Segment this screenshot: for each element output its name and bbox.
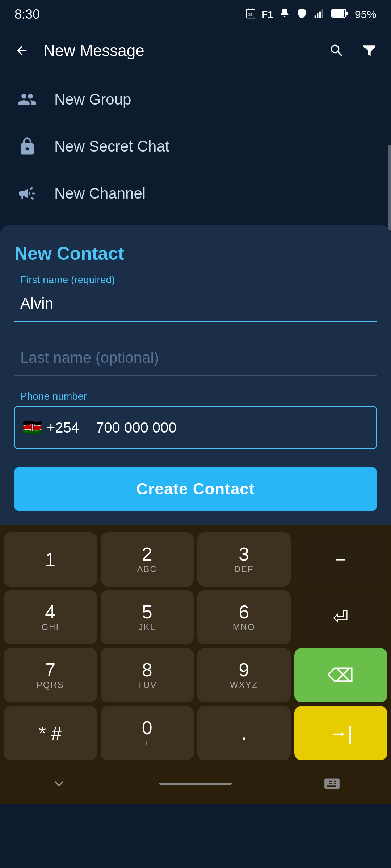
calendar-icon: 31 bbox=[245, 8, 256, 22]
numpad-row-3: * #0+.→| bbox=[4, 706, 387, 760]
numpad-key-2-1[interactable]: 8TUV bbox=[101, 648, 194, 702]
svg-rect-5 bbox=[317, 13, 318, 18]
numpad-key-3-3[interactable]: →| bbox=[294, 706, 388, 760]
numpad-key-1-0[interactable]: 4GHI bbox=[4, 590, 97, 644]
filter-button[interactable] bbox=[358, 40, 380, 61]
back-button[interactable] bbox=[11, 40, 33, 61]
numpad-key-main: 7 bbox=[45, 660, 55, 679]
svg-text:31: 31 bbox=[248, 12, 253, 16]
contact-card-title: New Contact bbox=[14, 243, 377, 264]
nav-back-button[interactable] bbox=[41, 773, 77, 795]
search-button[interactable] bbox=[326, 40, 348, 61]
menu-label-new-channel: New Channel bbox=[54, 185, 146, 202]
app-bar-actions bbox=[326, 40, 380, 61]
lock-icon bbox=[14, 134, 40, 159]
status-bar: 8:30 31 F1 95% bbox=[0, 0, 391, 29]
numpad-key-2-3[interactable]: ⌫ bbox=[294, 648, 388, 702]
svg-rect-7 bbox=[322, 9, 323, 18]
numpad-key-1-1[interactable]: 5JKL bbox=[101, 590, 194, 644]
numpad-key-sub: JKL bbox=[139, 622, 156, 632]
create-contact-button[interactable]: Create Contact bbox=[14, 467, 377, 511]
svg-rect-9 bbox=[332, 10, 344, 17]
numpad-key-0-1[interactable]: 2ABC bbox=[101, 532, 194, 587]
country-code: +254 bbox=[47, 420, 79, 436]
menu-list: New Group New Secret Chat New Channel bbox=[0, 72, 391, 221]
svg-rect-10 bbox=[346, 11, 348, 15]
phone-label: Phone number bbox=[14, 391, 377, 402]
numpad-key-2-0[interactable]: 7PQRS bbox=[4, 648, 97, 702]
f1-icon: F1 bbox=[262, 9, 273, 20]
svg-rect-6 bbox=[319, 11, 321, 18]
country-picker[interactable]: 🇰🇪 +254 bbox=[15, 407, 87, 448]
numpad-row-0: 12ABC3DEF− bbox=[4, 532, 387, 587]
page-title: New Message bbox=[43, 42, 315, 60]
menu-item-new-channel[interactable]: New Channel bbox=[0, 170, 391, 217]
svg-rect-4 bbox=[315, 15, 316, 18]
numpad: 12ABC3DEF−4GHI5JKL6MNO⏎7PQRS8TUV9WXYZ⌫* … bbox=[0, 525, 391, 767]
numpad-key-sub: ABC bbox=[137, 564, 157, 574]
bottom-nav bbox=[0, 767, 391, 804]
numpad-key-1-3[interactable]: ⏎ bbox=[294, 590, 388, 644]
country-flag: 🇰🇪 bbox=[22, 420, 42, 435]
battery-percent: 95% bbox=[355, 8, 377, 21]
numpad-key-0-0[interactable]: 1 bbox=[4, 532, 97, 587]
numpad-key-3-1[interactable]: 0+ bbox=[101, 706, 194, 760]
menu-label-new-secret-chat: New Secret Chat bbox=[54, 138, 169, 155]
first-name-field: First name (required) bbox=[14, 282, 377, 322]
numpad-key-1-2[interactable]: 6MNO bbox=[197, 590, 291, 644]
signal-icon bbox=[314, 8, 325, 22]
numpad-key-main: * # bbox=[39, 724, 62, 743]
numpad-key-main: 2 bbox=[142, 545, 152, 563]
numpad-key-sub: TUV bbox=[137, 680, 157, 690]
divider bbox=[0, 221, 391, 221]
numpad-key-main: . bbox=[241, 724, 247, 743]
numpad-key-3-2[interactable]: . bbox=[197, 706, 291, 760]
status-icons: 31 F1 95% bbox=[245, 8, 377, 22]
numpad-key-main: 9 bbox=[239, 660, 249, 679]
menu-item-new-secret-chat[interactable]: New Secret Chat bbox=[0, 123, 391, 170]
megaphone-icon bbox=[14, 181, 40, 206]
phone-field: Phone number 🇰🇪 +254 bbox=[14, 391, 377, 449]
numpad-key-main: 3 bbox=[239, 545, 249, 563]
contact-card: New Contact First name (required) Phone … bbox=[0, 225, 391, 525]
numpad-key-main: 1 bbox=[45, 550, 55, 569]
first-name-label: First name (required) bbox=[20, 274, 115, 286]
numpad-key-0-2[interactable]: 3DEF bbox=[197, 532, 291, 587]
numpad-key-3-0[interactable]: * # bbox=[4, 706, 97, 760]
numpad-key-sub: WXYZ bbox=[230, 680, 258, 690]
app-bar: New Message bbox=[0, 29, 391, 72]
numpad-key-main: 5 bbox=[142, 603, 152, 621]
shield-icon bbox=[296, 8, 308, 22]
numpad-key-0-3[interactable]: − bbox=[294, 532, 388, 587]
numpad-key-sub: PQRS bbox=[37, 680, 64, 690]
numpad-row-2: 7PQRS8TUV9WXYZ⌫ bbox=[4, 648, 387, 702]
numpad-key-main: ⏎ bbox=[333, 608, 349, 627]
menu-item-new-group[interactable]: New Group bbox=[0, 76, 391, 123]
group-icon bbox=[14, 87, 40, 112]
notification-icon bbox=[279, 8, 290, 22]
numpad-key-sub: DEF bbox=[234, 564, 254, 574]
first-name-input[interactable] bbox=[14, 282, 377, 322]
numpad-key-main: 4 bbox=[45, 603, 55, 621]
numpad-key-main: ⌫ bbox=[327, 666, 354, 685]
numpad-key-2-2[interactable]: 9WXYZ bbox=[197, 648, 291, 702]
numpad-key-main: →| bbox=[329, 724, 353, 743]
numpad-key-sub: + bbox=[144, 738, 150, 748]
numpad-row-1: 4GHI5JKL6MNO⏎ bbox=[4, 590, 387, 644]
last-name-input[interactable] bbox=[14, 336, 377, 376]
numpad-key-main: 0 bbox=[142, 718, 152, 737]
last-name-field bbox=[14, 336, 377, 376]
nav-keyboard-button[interactable] bbox=[314, 773, 350, 795]
phone-input-row: 🇰🇪 +254 bbox=[14, 406, 377, 449]
numpad-key-main: 8 bbox=[142, 660, 152, 679]
numpad-key-sub: GHI bbox=[41, 622, 59, 632]
battery-icon bbox=[331, 8, 349, 21]
numpad-key-main: 6 bbox=[239, 603, 249, 621]
menu-label-new-group: New Group bbox=[54, 91, 131, 108]
phone-number-input[interactable] bbox=[87, 407, 376, 448]
status-time: 8:30 bbox=[14, 7, 40, 22]
numpad-key-sub: MNO bbox=[233, 622, 255, 632]
numpad-key-main: − bbox=[335, 550, 346, 569]
home-indicator bbox=[159, 783, 232, 785]
